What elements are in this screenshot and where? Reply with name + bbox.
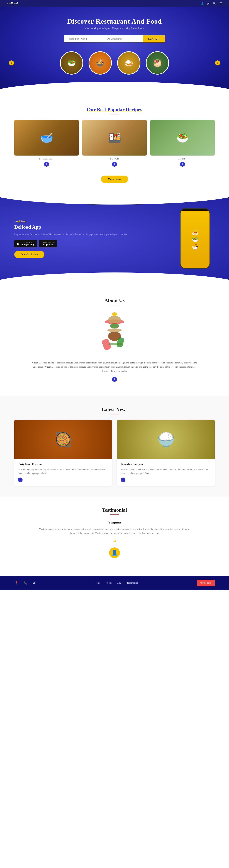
quote-icon: ❝	[36, 539, 193, 546]
recipe-card-lunch: 🍱 Lunch +	[82, 120, 147, 167]
search-icon[interactable]: 🔍	[213, 2, 217, 5]
food-piece-top-bun	[108, 316, 121, 323]
food-piece-base	[108, 343, 122, 345]
app-description: long established fact that a reader will…	[14, 232, 168, 236]
circles-next-button[interactable]: ›	[215, 60, 220, 65]
about-food-image	[92, 311, 137, 355]
news-card-2: 🍚 Breakfast For you there isn't anything…	[117, 420, 215, 486]
footer-nav-home[interactable]: Home	[95, 581, 101, 584]
footer: 📍 📞 ✉ Home About Blog Testimonial 预约下载版	[0, 576, 229, 590]
order-btn-container: Order Now	[14, 172, 215, 183]
google-play-icon: ▶	[17, 242, 20, 246]
circles-prev-button[interactable]: ‹	[9, 60, 14, 65]
about-title: About Us	[29, 298, 200, 303]
app-section: Get the Delfood App long established fac…	[0, 194, 229, 283]
popular-recipes-title: Our Best Popular Recipes	[14, 107, 215, 113]
app-content: Get the Delfood App long established fac…	[14, 219, 175, 258]
footer-email: ✉	[33, 581, 36, 585]
food-circles-container: ‹ 🥗 🍲 🍛 🥙 ›	[7, 51, 222, 74]
phone-icon: 📞	[24, 581, 28, 585]
footer-nav-about[interactable]: About	[106, 581, 112, 584]
food-circle-2: 🍲	[89, 51, 112, 74]
food-circle-1: 🥗	[60, 51, 83, 74]
hero-title: Discover Restuarant And Food	[7, 17, 222, 25]
title-underline	[110, 114, 119, 115]
location-input[interactable]	[104, 35, 143, 42]
phone-food-3: 🍜	[192, 244, 198, 250]
restaurant-name-input[interactable]	[64, 35, 104, 42]
news-title-2: Breakfast For you	[121, 463, 211, 466]
recipe-image-dinner: 🥗	[150, 120, 215, 156]
recipe-grid: 🥣 Breakfast + 🍱 Lunch + 🥗 Dinner +	[14, 120, 215, 167]
testimonial-avatar: 👤	[109, 548, 120, 558]
testimonial-title: Testimonial	[36, 507, 193, 513]
app-get-text: Get the	[14, 219, 168, 223]
hero-section: Discover Restuarant And Food when lookin…	[0, 7, 229, 96]
person-icon: 👤	[201, 2, 204, 5]
google-play-label: GET IT ON Google Play	[21, 241, 34, 246]
popular-highlight: Popular	[107, 107, 124, 112]
food-image-4: 🥙	[146, 52, 168, 74]
footer-contact-icons: 📍 📞 ✉	[14, 581, 36, 585]
news-desc-1: there isn't anything embarrassing hidden…	[18, 468, 108, 475]
location-icon: 📍	[14, 581, 18, 585]
news-image-1: 🥘	[14, 420, 112, 459]
login-link[interactable]: 👤 Login	[201, 2, 210, 5]
testimonial-content: Virginia Virginia, looked up one of the …	[36, 520, 193, 558]
store-buttons: ▶ GET IT ON Google Play Download on the …	[14, 240, 168, 247]
phone-mockup-container: 🍝 🥗 🍜	[175, 208, 215, 269]
phone-food-1: 🍝	[192, 229, 198, 236]
about-description: Virginia, looked up one of the more obsc…	[29, 361, 200, 373]
recipe-label-lunch: Lunch	[82, 157, 147, 160]
about-plus-button[interactable]: +	[112, 377, 117, 382]
phone-food-2: 🥗	[192, 236, 198, 243]
food-image-1: 🥗	[61, 52, 83, 74]
testimonial-underline	[110, 514, 119, 515]
news-content-1: Tasty Food For you there isn't anything …	[14, 459, 112, 486]
email-icon: ✉	[33, 581, 36, 585]
phone-mockup: 🍝 🥗 🍜	[180, 208, 210, 269]
recipe-plus-dinner[interactable]: +	[180, 162, 185, 167]
news-title-1: Tasty Food For you	[18, 463, 108, 466]
footer-nav-testimonial[interactable]: Testimonial	[127, 581, 138, 584]
app-store-label: Download on the App Store	[42, 241, 55, 246]
food-circle-4: 🥙	[146, 51, 169, 74]
news-plus-1[interactable]: +	[18, 477, 23, 482]
news-title-underline	[110, 414, 119, 414]
latest-news-title: Latest News	[14, 407, 215, 412]
app-store-button[interactable]: Download on the App Store	[39, 240, 57, 247]
footer-location: 📍	[14, 581, 18, 585]
testimonial-name: Virginia	[36, 520, 193, 524]
news-image-2: 🍚	[117, 420, 215, 459]
recipe-label-breakfast: Breakfast	[14, 157, 79, 160]
news-plus-2[interactable]: +	[121, 477, 125, 482]
phone-screen: 🍝 🥗 🍜	[180, 211, 209, 268]
search-button[interactable]: SEARCH	[143, 35, 165, 42]
footer-download-button[interactable]: 预约下载版	[197, 580, 215, 586]
news-content-2: Breakfast For you there isn't anything e…	[117, 459, 215, 486]
recipe-image-lunch: 🍱	[82, 120, 147, 156]
navbar: Delfood 👤 Login 🔍 ☰	[0, 0, 229, 7]
news-grid: 🥘 Tasty Food For you there isn't anythin…	[14, 420, 215, 486]
testimonial-text: Virginia, looked up one of the more obsc…	[36, 527, 193, 535]
recipe-plus-breakfast[interactable]: +	[44, 162, 49, 167]
app-title: Delfood App	[14, 224, 168, 230]
popular-recipes-section: Our Best Popular Recipes 🥣 Breakfast + 🍱…	[0, 96, 229, 194]
food-piece-bun	[107, 329, 122, 332]
google-play-button[interactable]: ▶ GET IT ON Google Play	[14, 240, 37, 247]
order-now-button[interactable]: Order Now	[101, 176, 128, 183]
footer-nav-blog[interactable]: Blog	[117, 581, 121, 584]
navbar-right: 👤 Login 🔍 ☰	[201, 2, 222, 5]
phone-notch	[190, 209, 200, 211]
food-image-2: 🍲	[89, 52, 111, 74]
about-title-underline	[110, 305, 119, 305]
download-now-button[interactable]: Download Now	[14, 251, 44, 258]
food-piece-cheese	[112, 312, 117, 316]
avatar-icon: 👤	[111, 550, 118, 556]
hero-search-bar: SEARCH	[7, 35, 222, 42]
food-circle-3: 🍛	[117, 51, 140, 74]
brand-logo[interactable]: Delfood	[7, 1, 18, 5]
news-card-1: 🥘 Tasty Food For you there isn't anythin…	[14, 420, 112, 486]
recipe-plus-lunch[interactable]: +	[112, 162, 117, 167]
menu-icon[interactable]: ☰	[219, 2, 222, 5]
